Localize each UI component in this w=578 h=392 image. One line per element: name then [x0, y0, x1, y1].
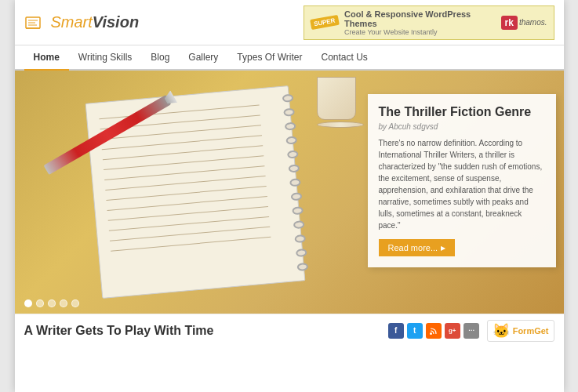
- cup-saucer: [317, 122, 364, 128]
- spiral-ring: [286, 150, 298, 158]
- cup-body: [317, 77, 356, 120]
- nav-link-contact-us[interactable]: Contact Us: [312, 45, 377, 71]
- nav-item-writing-skills[interactable]: Writing Skills: [69, 45, 141, 69]
- logo-smart: Smart: [51, 13, 93, 31]
- nav-link-blog[interactable]: Blog: [141, 45, 179, 71]
- slider-dot-5[interactable]: [71, 299, 79, 307]
- formget-mascot-icon: 🐱: [493, 322, 510, 339]
- spiral-ring: [292, 206, 304, 215]
- site-container: SmartVision SUPER Cool & Responsive Word…: [15, 0, 564, 392]
- rss-svg: [429, 326, 438, 336]
- slider-dot-1[interactable]: [24, 299, 32, 307]
- rss-icon[interactable]: [426, 323, 442, 339]
- nav-item-gallery[interactable]: Gallery: [179, 45, 227, 69]
- nav-item-contact-us[interactable]: Contact Us: [312, 45, 377, 69]
- spiral-ring: [289, 178, 301, 187]
- nav-list: Home Writing Skills Blog Gallery Types O…: [24, 45, 554, 69]
- footer-bar: A Writer Gets To Play With Time f t g+ ⋯…: [15, 314, 564, 347]
- rk-logo: rk: [501, 16, 518, 30]
- ad-badge: SUPER: [310, 15, 339, 30]
- logo-area: SmartVision: [24, 13, 140, 31]
- notebook-decoration: [85, 85, 305, 299]
- footer-right: f t g+ ⋯ 🐱 FormGet: [388, 320, 554, 342]
- article-byline: by Abcuh sdgvsd: [379, 122, 545, 131]
- logo-icon: [24, 14, 46, 31]
- site-header: SmartVision SUPER Cool & Responsive Word…: [15, 0, 564, 45]
- spiral-ring: [290, 192, 302, 201]
- article-card: The Thriller Fiction Genre by Abcuh sdgv…: [368, 94, 556, 267]
- rk-brand-name: thamos.: [519, 18, 547, 27]
- spiral-ring: [285, 136, 297, 144]
- spiral-ring: [283, 108, 295, 117]
- nav-link-types-of-writer[interactable]: Types Of Writer: [227, 45, 311, 71]
- notebook-lines: [85, 86, 302, 278]
- nav-link-home[interactable]: Home: [24, 45, 69, 71]
- spiral-ring: [296, 263, 308, 271]
- ad-subtitle: Create Your Website Instantly: [344, 28, 495, 36]
- nav-item-blog[interactable]: Blog: [141, 45, 179, 69]
- spiral-ring: [282, 94, 293, 103]
- slider-dot-3[interactable]: [48, 299, 56, 307]
- ad-title: Cool & Responsive WordPress Themes: [344, 9, 495, 28]
- hero-background: The Thriller Fiction Genre by Abcuh sdgv…: [15, 71, 564, 314]
- ad-logo: rk thamos.: [501, 16, 547, 30]
- more-social-icon[interactable]: ⋯: [463, 323, 479, 339]
- footer-title: A Writer Gets To Play With Time: [24, 324, 214, 338]
- outer-wrapper: SmartVision SUPER Cool & Responsive Word…: [0, 0, 578, 392]
- slider-dots: [24, 299, 79, 307]
- twitter-icon[interactable]: t: [407, 323, 423, 339]
- read-more-button[interactable]: Read more...: [379, 239, 456, 256]
- nav-link-gallery[interactable]: Gallery: [179, 45, 227, 71]
- ad-text: Cool & Responsive WordPress Themes Creat…: [344, 9, 495, 36]
- article-body: There's no narrow definition. According …: [379, 137, 545, 231]
- facebook-icon[interactable]: f: [388, 323, 404, 339]
- header-ad[interactable]: SUPER Cool & Responsive WordPress Themes…: [304, 5, 554, 40]
- spiral-ring: [294, 234, 306, 243]
- spiral-ring: [288, 164, 300, 172]
- google-plus-icon[interactable]: g+: [445, 323, 460, 339]
- svg-point-5: [430, 332, 432, 335]
- site-nav: Home Writing Skills Blog Gallery Types O…: [15, 45, 564, 71]
- nav-link-writing-skills[interactable]: Writing Skills: [69, 45, 141, 71]
- formget-badge[interactable]: 🐱 FormGet: [487, 320, 554, 342]
- logo-text: SmartVision: [51, 13, 140, 31]
- coffee-cup-decoration: [317, 77, 364, 128]
- nav-item-types-of-writer[interactable]: Types Of Writer: [227, 45, 311, 69]
- spiral-ring: [284, 122, 296, 131]
- logo-vision: Vision: [93, 13, 139, 31]
- spiral-ring: [293, 220, 304, 229]
- spiral-ring: [295, 249, 307, 257]
- formget-label: FormGet: [513, 326, 549, 336]
- article-title: The Thriller Fiction Genre: [379, 105, 545, 119]
- slider-dot-4[interactable]: [60, 299, 67, 307]
- nav-item-home[interactable]: Home: [24, 45, 69, 69]
- hero-slider: The Thriller Fiction Genre by Abcuh sdgv…: [15, 71, 564, 314]
- slider-dot-2[interactable]: [36, 299, 44, 307]
